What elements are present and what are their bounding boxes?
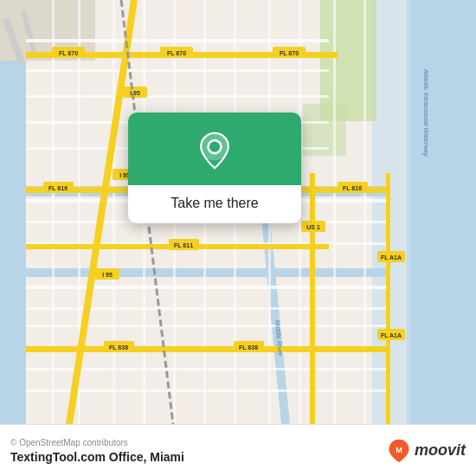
svg-text:FL 816: FL 816 [48,185,68,191]
svg-text:US 1: US 1 [306,224,320,230]
svg-text:FL A1A: FL A1A [381,332,402,338]
svg-point-77 [209,141,220,151]
svg-rect-36 [363,0,366,424]
moovit-pin-icon: M [387,439,411,463]
take-me-there-button[interactable]: Take me there [128,185,301,223]
svg-text:FL 838: FL 838 [109,344,128,351]
svg-rect-3 [372,0,411,424]
svg-rect-64 [310,173,315,424]
svg-text:M: M [396,446,402,454]
svg-text:FL 870: FL 870 [280,50,299,56]
svg-text:FL 838: FL 838 [239,344,258,351]
card-top [128,113,301,185]
bottom-bar: © OpenStreetMap contributors TextingTool… [0,424,476,476]
svg-rect-13 [26,69,329,72]
copyright-text: © OpenStreetMap contributors [10,438,184,447]
svg-rect-26 [52,0,55,424]
map-container: FL 870 FL 870 FL 870 I 95 I 95 I 95 FL 8… [0,0,476,424]
moovit-logo[interactable]: M moovit [387,439,466,463]
svg-text:FL 870: FL 870 [167,50,186,56]
svg-rect-14 [26,95,329,98]
svg-rect-59 [26,346,389,352]
svg-text:FL A1A: FL A1A [381,254,402,261]
svg-text:Atlantic Intracoastal Waterway: Atlantic Intracoastal Waterway [422,68,430,158]
location-pin-icon [196,132,234,170]
svg-rect-67 [386,173,390,424]
svg-rect-12 [26,39,329,42]
svg-text:FL 811: FL 811 [174,242,193,248]
location-title: TextingTool.com Office, Miami [10,450,184,464]
moovit-brand-text: moovit [415,441,466,460]
svg-text:FL 870: FL 870 [59,50,78,56]
bottom-info: © OpenStreetMap contributors TextingTool… [10,438,184,464]
svg-rect-35 [333,0,336,424]
svg-rect-28 [113,0,115,424]
location-card: Take me there [128,113,301,223]
svg-rect-7 [320,0,376,121]
svg-rect-2 [407,0,476,424]
svg-text:I 95: I 95 [102,272,113,278]
svg-text:FL 816: FL 816 [343,185,362,191]
